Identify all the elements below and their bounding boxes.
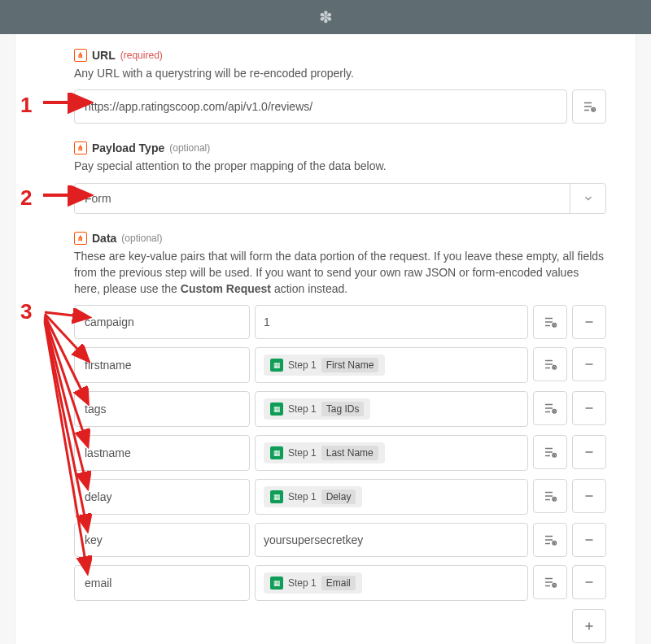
required-tag: (required) — [120, 50, 163, 61]
add-row-button[interactable] — [572, 609, 606, 643]
url-section: ⋔ URL (required) Any URL with a querystr… — [74, 49, 606, 124]
field-pill[interactable]: ▦Step 1Last Name — [264, 442, 385, 463]
zapier-icon: ⋔ — [74, 232, 87, 245]
optional-tag: (optional) — [169, 142, 210, 154]
annotation-marker-2: 2 — [20, 185, 32, 211]
pill-field-name: First Name — [321, 358, 379, 372]
payload-value: Form — [75, 184, 570, 213]
payload-dropdown[interactable]: Form — [74, 183, 606, 214]
data-row: tags▦Step 1Tag IDs — [74, 391, 606, 427]
remove-row-button[interactable] — [572, 305, 606, 339]
data-key-input[interactable]: tags — [74, 391, 250, 427]
data-row: keyyoursupersecretkey — [74, 523, 606, 557]
zapier-icon: ⋔ — [74, 49, 87, 62]
field-pill[interactable]: ▦Step 1Email — [264, 572, 362, 594]
remove-row-button[interactable] — [572, 523, 606, 557]
data-key-input[interactable]: firstname — [74, 347, 250, 383]
insert-data-button[interactable] — [533, 347, 567, 381]
insert-data-button[interactable] — [533, 391, 567, 425]
insert-data-button[interactable] — [533, 435, 567, 469]
payload-helper: Pay special attention to the proper mapp… — [74, 158, 606, 174]
data-value-input[interactable]: ▦Step 1First Name — [255, 347, 528, 383]
url-label: URL — [92, 49, 116, 62]
data-row: delay▦Step 1Delay — [74, 479, 606, 515]
url-input[interactable]: https://app.ratingscoop.com/api/v1.0/rev… — [74, 89, 567, 124]
insert-data-button[interactable] — [533, 479, 567, 513]
data-section: ⋔ Data (optional) These are key-value pa… — [74, 232, 606, 644]
optional-tag: (optional) — [121, 233, 162, 244]
google-sheets-icon: ▦ — [270, 490, 283, 503]
pill-step-label: Step 1 — [288, 403, 317, 415]
google-sheets-icon: ▦ — [270, 446, 283, 459]
google-sheets-icon: ▦ — [270, 359, 283, 372]
data-value-input[interactable]: yoursupersecretkey — [255, 523, 528, 557]
data-row: email▦Step 1Email — [74, 565, 606, 601]
pill-step-label: Step 1 — [288, 577, 317, 589]
data-value-input[interactable]: ▦Step 1Email — [255, 565, 528, 601]
payload-label: Payload Type — [92, 141, 164, 154]
remove-row-button[interactable] — [572, 347, 606, 381]
data-row: firstname▦Step 1First Name — [74, 347, 606, 383]
data-row: lastname▦Step 1Last Name — [74, 435, 606, 471]
google-sheets-icon: ▦ — [270, 402, 283, 416]
url-helper: Any URL with a querystring will be re-en… — [74, 65, 606, 81]
data-value-input[interactable]: ▦Step 1Delay — [255, 479, 528, 515]
zapier-icon: ⋔ — [74, 141, 87, 154]
data-label: Data — [92, 232, 116, 245]
data-value-input[interactable]: 1 — [255, 305, 528, 339]
insert-data-button[interactable] — [572, 89, 606, 124]
data-key-input[interactable]: email — [74, 565, 250, 601]
topbar: ✽ — [0, 0, 651, 34]
insert-data-button[interactable] — [533, 305, 567, 339]
remove-row-button[interactable] — [572, 479, 606, 513]
data-key-value-list: campaign1firstname▦Step 1First Nametags▦… — [74, 305, 606, 601]
pill-field-name: Tag IDs — [321, 402, 365, 416]
data-key-input[interactable]: key — [74, 523, 250, 557]
remove-row-button[interactable] — [572, 391, 606, 425]
data-row: campaign1 — [74, 305, 606, 339]
pill-field-name: Delay — [321, 490, 356, 504]
loading-spinner-icon: ✽ — [319, 7, 333, 27]
pill-step-label: Step 1 — [288, 447, 317, 459]
pill-field-name: Email — [321, 576, 356, 590]
field-pill[interactable]: ▦Step 1Delay — [264, 486, 362, 507]
pill-step-label: Step 1 — [288, 491, 317, 503]
annotation-marker-3: 3 — [20, 299, 32, 324]
payload-section: ⋔ Payload Type (optional) Pay special at… — [74, 141, 606, 213]
google-sheets-icon: ▦ — [270, 577, 283, 590]
form-page: 1 2 3 ⋔ URL (required) Any URL with a qu… — [15, 34, 636, 644]
data-value-input[interactable]: ▦Step 1Last Name — [255, 435, 528, 471]
data-key-input[interactable]: delay — [74, 479, 250, 515]
insert-data-button[interactable] — [533, 565, 567, 599]
data-key-input[interactable]: campaign — [74, 305, 250, 339]
insert-data-button[interactable] — [533, 523, 567, 557]
annotation-marker-1: 1 — [20, 93, 32, 118]
pill-field-name: Last Name — [321, 446, 378, 460]
field-pill[interactable]: ▦Step 1First Name — [264, 355, 385, 376]
pill-step-label: Step 1 — [288, 359, 317, 371]
chevron-down-icon — [570, 184, 605, 213]
remove-row-button[interactable] — [572, 435, 606, 469]
field-pill[interactable]: ▦Step 1Tag IDs — [264, 398, 370, 420]
data-value-input[interactable]: ▦Step 1Tag IDs — [255, 391, 528, 427]
data-key-input[interactable]: lastname — [74, 435, 250, 471]
remove-row-button[interactable] — [572, 565, 606, 599]
data-helper: These are key-value pairs that will form… — [74, 248, 606, 298]
